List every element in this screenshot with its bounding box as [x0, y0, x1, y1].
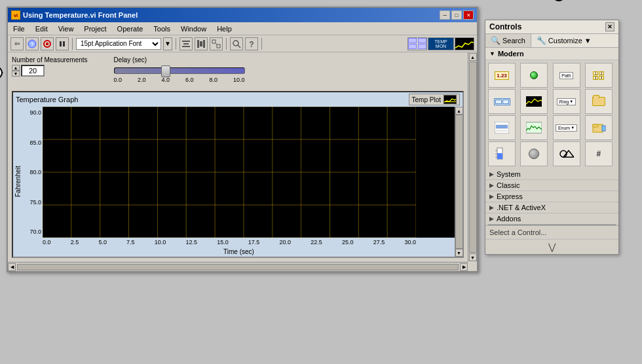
classic-label: Classic	[497, 181, 519, 189]
graph-chart[interactable]	[43, 107, 455, 238]
main-window: vi Using Temperature.vi Front Panel ─ □ …	[7, 7, 478, 272]
title-bar: vi Using Temperature.vi Front Panel ─ □ …	[8, 8, 477, 22]
listbox-icon	[494, 122, 510, 134]
system-category[interactable]: ▶ System	[485, 169, 618, 180]
font-select[interactable]: 15pt Application Font	[76, 38, 161, 50]
menu-project[interactable]: Project	[81, 24, 109, 33]
align-button[interactable]	[179, 37, 193, 50]
scroll-up-button[interactable]: ▲	[455, 107, 463, 115]
modern-category[interactable]: ▼ Modern	[485, 48, 618, 60]
temp-plot-button[interactable]: Temp Plot	[409, 94, 460, 105]
spin-up[interactable]: ▲	[12, 65, 20, 71]
io-control[interactable]	[488, 89, 516, 114]
svg-marker-55	[563, 151, 574, 157]
modern-arrow-icon: ▼	[489, 50, 495, 57]
select-control-link[interactable]: Select a Control...	[485, 225, 618, 239]
graph-scrollbar-v[interactable]: ▲ ▼	[455, 107, 463, 257]
run-button[interactable]	[41, 37, 54, 50]
hash-symbol: #	[596, 149, 601, 158]
menu-tools[interactable]: Tools	[151, 24, 173, 33]
classic-category[interactable]: ▶ Classic	[485, 180, 618, 191]
context-help-button[interactable]: ?	[26, 37, 39, 50]
menu-view[interactable]: View	[56, 24, 77, 33]
menu-edit[interactable]: Edit	[33, 24, 50, 33]
menu-file[interactable]: File	[10, 24, 28, 33]
svg-rect-6	[182, 41, 190, 42]
menu-bar: File Edit View Project Operate Tools Win…	[8, 22, 477, 35]
slider-track[interactable]	[114, 67, 245, 74]
restore-button[interactable]: □	[451, 10, 462, 20]
hash-control[interactable]: #	[585, 141, 613, 166]
tank-control[interactable]	[488, 141, 516, 166]
controls-footer[interactable]: ⋁	[485, 239, 618, 254]
tank-icon	[494, 148, 510, 160]
customize-arrow: ▼	[584, 37, 592, 45]
zoom-button[interactable]	[230, 37, 243, 50]
graph-canvas-wrap: Fahrenheit 90.0 85.0 80.0 75.0 70	[13, 107, 463, 257]
h-scroll-right[interactable]: ▶	[460, 263, 468, 271]
back-button[interactable]: ⇦	[10, 37, 24, 50]
knob-control[interactable]	[520, 141, 548, 166]
file-refnum-control[interactable]	[585, 115, 613, 140]
measurements-section: Number of Measurements ▲ ▼ Delay (sec)	[12, 56, 464, 83]
path-control[interactable]: Path	[553, 63, 580, 88]
enum-control[interactable]: Enum▼	[553, 115, 580, 140]
express-category[interactable]: ▶ Express	[485, 191, 618, 202]
separator-2	[176, 38, 176, 50]
knob-display-icon	[529, 149, 539, 159]
x-label-8: 20.0	[280, 239, 292, 246]
customize-button[interactable]: 🔧 Customize ▼	[531, 34, 597, 47]
svg-rect-50	[497, 153, 502, 159]
resize-button[interactable]	[210, 37, 223, 50]
menu-window[interactable]: Window	[178, 24, 209, 33]
shapes-control[interactable]	[553, 141, 580, 166]
svg-rect-3	[46, 43, 48, 45]
addons-category[interactable]: ▶ Addons	[485, 213, 618, 225]
led-green-icon	[530, 71, 538, 79]
svg-line-14	[216, 43, 217, 45]
h-scroll-left[interactable]: ◀	[8, 263, 16, 271]
distribute-button[interactable]	[195, 37, 208, 50]
controls-close-button[interactable]: ✕	[605, 22, 614, 31]
num-measurements-input[interactable]	[21, 65, 45, 77]
scroll-down-button[interactable]: ▼	[455, 249, 463, 257]
font-arrow-button[interactable]: ▼	[163, 37, 172, 50]
dotnet-category[interactable]: ▶ .NET & ActiveX	[485, 202, 618, 213]
panel-scroll-up[interactable]: ▲	[469, 53, 477, 61]
slider-thumb[interactable]	[161, 65, 170, 77]
panel-scrollbar-v[interactable]: ▲ ▼	[468, 52, 477, 262]
help-button[interactable]: ?	[245, 37, 258, 50]
folder-display-icon	[592, 97, 605, 106]
delay-section: Delay (sec) 0.0 2.0 4.0 6.0 8.0	[114, 56, 245, 83]
spin-down[interactable]: ▼	[12, 71, 20, 77]
x-label-4: 10.0	[155, 239, 166, 246]
led-control[interactable]	[520, 63, 548, 88]
menu-help[interactable]: Help	[214, 24, 235, 33]
pause-button[interactable]	[56, 37, 69, 50]
knob-icon-wrap	[526, 148, 542, 160]
folder-control[interactable]	[585, 89, 613, 114]
express-arrow-icon: ▶	[489, 193, 494, 200]
ring-icon: Ring▼	[559, 96, 575, 107]
x-label-1: 2.5	[71, 239, 79, 246]
ring-control[interactable]: Ring▼	[553, 89, 580, 114]
waveform-chart-control[interactable]	[520, 115, 548, 140]
array-control[interactable]: 1 2 3 4	[585, 63, 613, 88]
listbox-control[interactable]	[488, 115, 516, 140]
menu-operate[interactable]: Operate	[115, 24, 146, 33]
x-label-7: 17.5	[248, 239, 260, 246]
close-button[interactable]: ✕	[463, 10, 474, 20]
search-button[interactable]: 🔍 Search	[485, 34, 531, 47]
svg-rect-12	[212, 40, 216, 43]
numeric-control[interactable]: 1.23	[488, 63, 516, 88]
addons-arrow-icon: ▶	[489, 215, 494, 222]
y-axis-ticks: 90.0 85.0 80.0 75.0 70.0	[23, 107, 43, 238]
minimize-button[interactable]: ─	[440, 10, 450, 20]
waveform-control[interactable]	[520, 89, 548, 114]
svg-rect-11	[203, 40, 205, 48]
path-icon: Path	[559, 69, 575, 81]
num-display-icon: 1.23	[495, 71, 509, 80]
panel-scrollbar-h[interactable]: ◀ ▶	[8, 262, 468, 271]
svg-rect-9	[197, 40, 199, 48]
panel-scroll-down[interactable]: ▼	[469, 253, 477, 261]
